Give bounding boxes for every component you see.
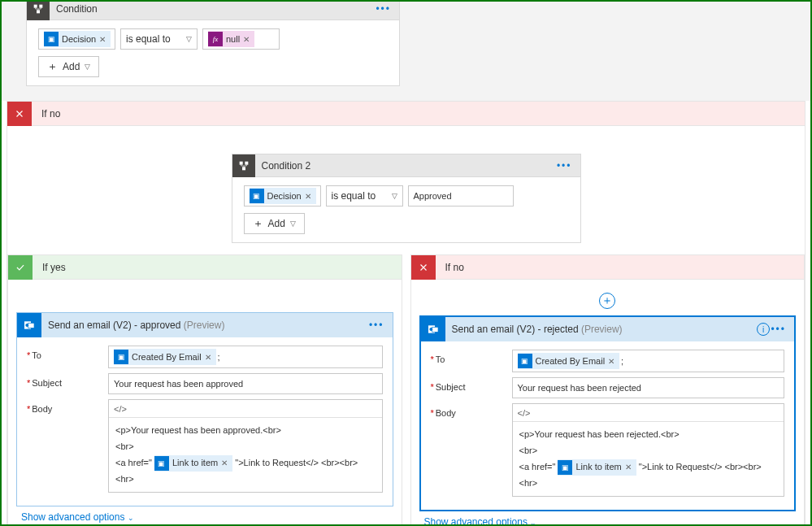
add-condition2-button[interactable]: ＋ Add ▽	[244, 213, 305, 234]
if-no-header-2[interactable]: If no	[411, 255, 805, 280]
plus-icon: ＋	[253, 216, 263, 231]
info-icon[interactable]: i	[757, 323, 770, 336]
decision-token[interactable]: ▣ Decision ✕	[44, 31, 111, 47]
body-content[interactable]: <p>Your request has been approved.<br> <…	[109, 418, 382, 492]
condition-header[interactable]: Condition •••	[27, 0, 399, 20]
link-to-item-token[interactable]: ▣ Link to item ✕	[154, 455, 232, 472]
svg-rect-10	[432, 327, 437, 332]
remove-token-icon[interactable]: ✕	[608, 357, 614, 366]
condition-operator-select[interactable]: is equal to ▽	[120, 28, 198, 50]
to-label: *To	[27, 346, 108, 360]
if-yes-header[interactable]: If yes	[8, 255, 402, 280]
add-condition-button[interactable]: ＋ Add ▽	[38, 56, 99, 77]
created-by-email-token[interactable]: ▣ Created By Email ✕	[518, 353, 620, 369]
link-to-item-token[interactable]: ▣ Link to item ✕	[558, 459, 636, 476]
decision-token[interactable]: ▣ Decision ✕	[250, 188, 316, 204]
subject-field[interactable]: Your request has been approved	[108, 373, 383, 394]
subject-label: *Subject	[27, 373, 108, 388]
svg-rect-1	[39, 4, 42, 7]
fx-icon: fx	[208, 32, 223, 46]
condition2-operator-select[interactable]: is equal to ▽	[326, 185, 403, 206]
if-yes-label: If yes	[42, 262, 66, 273]
condition-icon	[232, 154, 255, 177]
code-view-toggle[interactable]: </>	[109, 400, 382, 418]
email-rejected-card: Send an email (V2) - rejected (Preview) …	[419, 315, 797, 511]
if-no-label: If no	[41, 108, 60, 120]
condition-card: Condition ••• ▣ Decision ✕ is equal to ▽	[26, 0, 400, 86]
condition2-left-operand[interactable]: ▣ Decision ✕	[244, 185, 321, 206]
sharepoint-icon: ▣	[518, 354, 532, 368]
body-editor[interactable]: </> <p>Your request has been approved.<b…	[108, 399, 383, 493]
sharepoint-icon: ▣	[558, 460, 572, 475]
remove-token-icon[interactable]: ✕	[205, 353, 211, 362]
remove-token-icon[interactable]: ✕	[221, 456, 228, 471]
sharepoint-icon: ▣	[44, 32, 59, 46]
svg-rect-2	[37, 10, 40, 13]
to-field[interactable]: ▣ Created By Email ✕ ;	[512, 350, 785, 372]
condition2-expression-row: ▣ Decision ✕ is equal to ▽ Approved	[244, 185, 569, 206]
if-no-branch-2: If no ＋ Send an email (V2) - rejected (P…	[410, 254, 805, 526]
body-label: *Body	[27, 399, 108, 414]
email-rejected-title: Send an email (V2) - rejected (Preview)	[452, 324, 623, 335]
chevron-down-icon: ▽	[85, 63, 90, 71]
to-field[interactable]: ▣ Created By Email ✕ ;	[108, 346, 383, 368]
sharepoint-icon: ▣	[114, 350, 128, 364]
body-editor[interactable]: </> <p>Your request has been rejected.<b…	[512, 403, 785, 497]
sharepoint-icon: ▣	[250, 189, 264, 203]
condition-expression-row: ▣ Decision ✕ is equal to ▽ fx null ✕	[38, 28, 388, 50]
null-expression-token[interactable]: fx null ✕	[208, 31, 254, 47]
subject-label: *Subject	[431, 377, 512, 392]
svg-rect-7	[28, 323, 34, 328]
if-yes-branch: If yes Send an email (V2) - approved (Pr…	[7, 254, 402, 526]
svg-rect-0	[34, 4, 37, 7]
if-no-icon	[7, 102, 32, 126]
code-view-toggle[interactable]: </>	[513, 404, 784, 422]
svg-rect-4	[245, 161, 248, 164]
chevron-down-icon: ⌄	[530, 519, 536, 526]
email-approved-more-menu[interactable]: •••	[369, 320, 384, 331]
condition2-card: Condition 2 ••• ▣ Decision ✕ i	[232, 154, 581, 243]
show-advanced-options-link[interactable]: Show advanced options ⌄	[16, 506, 393, 523]
svg-rect-3	[239, 161, 242, 164]
body-label: *Body	[431, 403, 512, 418]
condition-left-operand[interactable]: ▣ Decision ✕	[38, 28, 115, 50]
plus-icon: ＋	[47, 59, 58, 74]
if-no-label-2: If no	[445, 262, 464, 273]
if-no-branch-header[interactable]: If no	[7, 102, 805, 126]
sharepoint-icon: ▣	[154, 456, 169, 471]
outlook-icon	[17, 313, 41, 337]
email-approved-title: Send an email (V2) - approved (Preview)	[48, 320, 224, 331]
remove-token-icon[interactable]: ✕	[305, 192, 311, 201]
to-label: *To	[431, 350, 512, 364]
condition-right-operand[interactable]: fx null ✕	[202, 28, 280, 50]
chevron-down-icon: ▽	[392, 192, 397, 200]
remove-token-icon[interactable]: ✕	[99, 35, 106, 44]
condition-icon	[27, 0, 50, 20]
if-yes-icon	[8, 255, 33, 280]
condition-more-menu[interactable]: •••	[376, 3, 391, 15]
svg-rect-5	[242, 167, 245, 170]
email-rejected-more-menu[interactable]: •••	[771, 324, 786, 335]
email-approved-header[interactable]: Send an email (V2) - approved (Preview) …	[17, 313, 393, 337]
chevron-down-icon: ▽	[290, 220, 296, 228]
chevron-down-icon: ⌄	[128, 514, 134, 522]
created-by-email-token[interactable]: ▣ Created By Email ✕	[114, 349, 216, 365]
condition2-title: Condition 2	[262, 160, 311, 172]
remove-token-icon[interactable]: ✕	[243, 35, 250, 44]
email-rejected-header[interactable]: Send an email (V2) - rejected (Preview) …	[421, 317, 795, 341]
body-content[interactable]: <p>Your request has been rejected.<br> <…	[513, 422, 784, 496]
if-no-icon	[411, 255, 436, 280]
condition-title: Condition	[56, 3, 98, 15]
subject-field[interactable]: Your request has been rejected	[512, 377, 785, 398]
svg-point-8	[25, 324, 28, 327]
email-approved-card: Send an email (V2) - approved (Preview) …	[16, 312, 393, 506]
show-advanced-options-link[interactable]: Show advanced options ⌄	[419, 511, 797, 526]
remove-token-icon[interactable]: ✕	[625, 460, 632, 475]
add-action-button[interactable]: ＋	[599, 293, 615, 309]
svg-point-11	[429, 328, 432, 331]
condition2-header[interactable]: Condition 2 •••	[232, 154, 580, 177]
condition2-more-menu[interactable]: •••	[557, 160, 572, 172]
chevron-down-icon: ▽	[186, 35, 192, 43]
outlook-icon	[421, 317, 445, 341]
condition2-right-operand[interactable]: Approved	[408, 185, 514, 206]
